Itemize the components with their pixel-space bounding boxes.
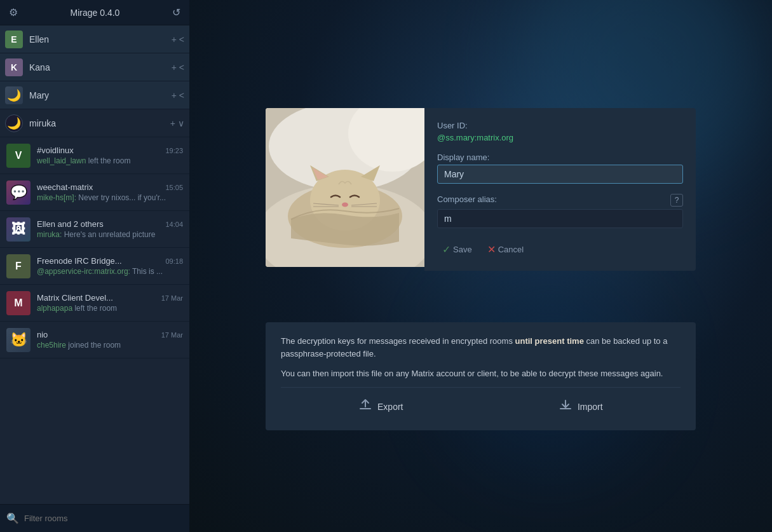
composer-row: Composer alias: ? xyxy=(437,194,683,207)
svg-rect-14 xyxy=(360,408,371,409)
room-item-weechat[interactable]: 💬 weechat-matrix 15:05 mike-hs[m]: Never… xyxy=(0,174,189,211)
room-info-matrix: Matrix Client Devel... 17 Mar alphapapa … xyxy=(37,293,183,313)
room-time-weechat: 15:05 xyxy=(165,184,183,191)
decryption-text-2: You can then import this file on any Mat… xyxy=(281,367,681,381)
x-icon: ✕ xyxy=(487,243,496,256)
composer-alias-label: Composer alias: xyxy=(437,194,497,204)
room-item-nio[interactable]: 🐱 nio 17 Mar che5hire joined the room xyxy=(0,322,189,358)
decryption-panel: The decryption keys for messages receive… xyxy=(266,322,696,430)
cat-illustration xyxy=(266,108,424,267)
download-icon xyxy=(559,398,572,415)
room-avatar-voidlinux: V xyxy=(6,144,30,168)
active-account-name: miruka xyxy=(29,118,170,128)
user-id-value: @ss.mary:matrix.org xyxy=(437,133,683,142)
collapse-ellen[interactable]: < xyxy=(179,34,184,44)
account-actions-ellen: + < xyxy=(172,34,184,44)
room-avatar-ellen2: 🖼 xyxy=(6,217,30,242)
app-title: Mirage 0.4.0 xyxy=(71,8,120,18)
room-time-nio: 17 Mar xyxy=(161,331,183,339)
decryption-text-1: The decryption keys for messages receive… xyxy=(281,335,681,362)
add-room-miruka[interactable]: + xyxy=(170,118,175,128)
account-row-kana[interactable]: K Kana + < xyxy=(0,53,189,81)
account-name-kana: Kana xyxy=(29,62,172,72)
account-row-ellen[interactable]: E Ellen + < xyxy=(0,25,189,53)
account-row-mary[interactable]: 🌙 Mary + < xyxy=(0,81,189,109)
room-preview-matrix: alphapapa left the room xyxy=(37,304,183,313)
miruka-actions: + ∨ xyxy=(170,118,184,128)
check-icon: ✓ xyxy=(442,243,450,256)
import-label: Import xyxy=(578,402,603,412)
room-name-ellen2: Ellen and 2 others xyxy=(37,219,104,229)
decrypt-text-start: The decryption keys for messages receive… xyxy=(281,336,515,346)
top-bar: ⚙ Mirage 0.4.0 ↺ xyxy=(0,0,189,25)
filter-icon: 🔍 xyxy=(6,512,19,524)
user-id-label: User ID: xyxy=(437,121,683,130)
room-time-matrix: 17 Mar xyxy=(161,294,183,302)
room-name-voidlinux: #voidlinux xyxy=(37,146,74,155)
room-time-freenode: 09:18 xyxy=(165,257,183,265)
account-actions-mary: + < xyxy=(172,90,184,100)
collapse-kana[interactable]: < xyxy=(179,62,184,72)
room-name-nio: nio xyxy=(37,330,48,339)
add-room-mary[interactable]: + xyxy=(172,90,177,100)
profile-card: User ID: @ss.mary:matrix.org Display nam… xyxy=(266,108,696,271)
decryption-actions: Export Import xyxy=(281,387,681,420)
room-avatar-matrix: M xyxy=(6,291,30,315)
avatar-section xyxy=(266,108,424,271)
composer-alias-input[interactable] xyxy=(437,209,683,228)
avatar-mary: 🌙 xyxy=(5,86,23,104)
profile-info-panel: User ID: @ss.mary:matrix.org Display nam… xyxy=(424,108,696,271)
room-item-voidlinux[interactable]: V #voidlinux 19:23 well_laid_lawn left t… xyxy=(0,137,189,174)
room-list: V #voidlinux 19:23 well_laid_lawn left t… xyxy=(0,137,189,504)
filter-input[interactable] xyxy=(24,514,183,523)
room-preview-weechat: mike-hs[m]: Never try nixos... if you'r.… xyxy=(37,193,183,202)
upload-icon xyxy=(358,398,372,415)
refresh-button[interactable]: ↺ xyxy=(170,5,183,20)
room-avatar-weechat: 💬 xyxy=(6,181,30,205)
export-label: Export xyxy=(377,402,403,412)
composer-help-icon[interactable]: ? xyxy=(670,194,683,207)
display-name-input[interactable] xyxy=(437,165,683,184)
svg-rect-15 xyxy=(365,400,366,407)
active-account-miruka[interactable]: 🌙 miruka + ∨ xyxy=(0,109,189,137)
room-item-matrix[interactable]: M Matrix Client Devel... 17 Mar alphapap… xyxy=(0,285,189,322)
account-name-mary: Mary xyxy=(29,90,172,100)
settings-button[interactable]: ⚙ xyxy=(6,5,20,20)
export-button[interactable]: Export xyxy=(281,393,481,420)
room-name-freenode: Freenode IRC Bridge... xyxy=(37,256,122,266)
room-item-freenode[interactable]: F Freenode IRC Bridge... 09:18 @appservi… xyxy=(0,248,189,285)
room-item-ellen[interactable]: 🖼 Ellen and 2 others 14:04 miruka: Here'… xyxy=(0,211,189,248)
svg-rect-16 xyxy=(560,408,571,409)
room-time-voidlinux: 19:23 xyxy=(165,147,183,154)
account-name-ellen: Ellen xyxy=(29,34,172,44)
add-room-ellen[interactable]: + xyxy=(172,34,177,44)
room-avatar-freenode: F xyxy=(6,254,30,278)
cancel-button[interactable]: ✕ Cancel xyxy=(482,241,529,258)
add-room-kana[interactable]: + xyxy=(172,62,177,72)
room-info-nio: nio 17 Mar che5hire joined the room xyxy=(37,330,183,350)
account-actions-kana: + < xyxy=(172,62,184,72)
save-label: Save xyxy=(453,245,472,254)
room-preview-voidlinux: well_laid_lawn left the room xyxy=(37,156,183,165)
room-info-voidlinux: #voidlinux 19:23 well_laid_lawn left the… xyxy=(37,146,183,165)
save-button[interactable]: ✓ Save xyxy=(437,241,477,258)
svg-rect-17 xyxy=(565,400,566,407)
collapse-mary[interactable]: < xyxy=(179,90,184,100)
avatar-kana: K xyxy=(5,58,23,76)
room-info-weechat: weechat-matrix 15:05 mike-hs[m]: Never t… xyxy=(37,182,183,202)
main-content: User ID: @ss.mary:matrix.org Display nam… xyxy=(189,0,772,532)
sidebar: ⚙ Mirage 0.4.0 ↺ E Ellen + < K Kana + < … xyxy=(0,0,189,532)
room-avatar-nio: 🐱 xyxy=(6,328,30,352)
import-button[interactable]: Import xyxy=(481,393,681,420)
room-preview-freenode: @appservice-irc:matrix.org: This is ... xyxy=(37,267,183,276)
cancel-label: Cancel xyxy=(498,245,524,254)
room-time-ellen2: 14:04 xyxy=(165,221,183,228)
room-info-ellen: Ellen and 2 others 14:04 miruka: Here's … xyxy=(37,219,183,239)
avatar-miruka: 🌙 xyxy=(5,114,23,132)
room-info-freenode: Freenode IRC Bridge... 09:18 @appservice… xyxy=(37,256,183,276)
room-preview-ellen2: miruka: Here's an unrelated picture xyxy=(37,230,183,239)
expand-miruka[interactable]: ∨ xyxy=(178,118,184,128)
room-name-matrix: Matrix Client Devel... xyxy=(37,293,113,303)
room-name-weechat: weechat-matrix xyxy=(37,182,93,192)
decrypt-text-bold: until present time xyxy=(515,336,584,346)
